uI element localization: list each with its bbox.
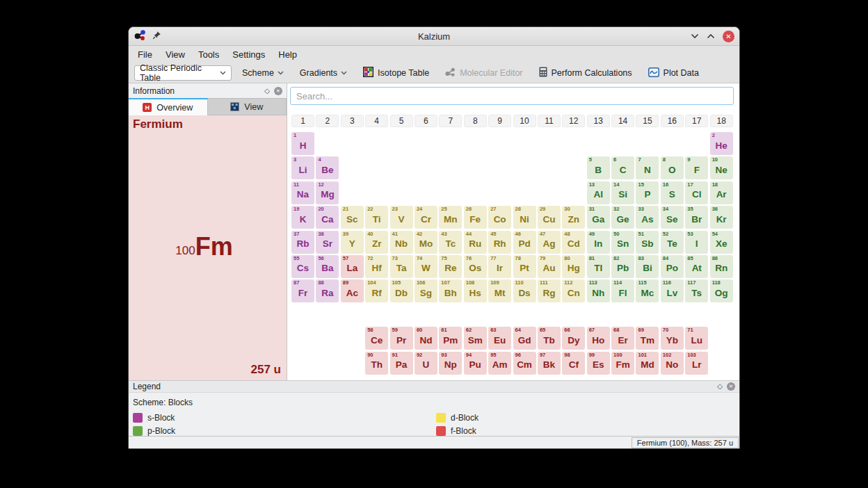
element-cell-Og[interactable]: 118Og [710, 279, 733, 302]
element-cell-Er[interactable]: 68Er [611, 327, 634, 350]
element-cell-Cn[interactable]: 112Cn [562, 279, 585, 302]
group-header-11[interactable]: 11 [538, 115, 561, 127]
element-cell-Pd[interactable]: 46Pd [513, 231, 536, 254]
element-cell-Po[interactable]: 84Po [661, 255, 684, 278]
element-cell-Lv[interactable]: 116Lv [661, 279, 684, 302]
element-cell-Hs[interactable]: 108Hs [464, 279, 487, 302]
group-header-16[interactable]: 16 [661, 115, 684, 127]
group-header-3[interactable]: 3 [341, 115, 364, 127]
group-header-15[interactable]: 15 [636, 115, 659, 127]
element-cell-K[interactable]: 19K [291, 206, 314, 229]
element-cell-He[interactable]: 2He [710, 132, 733, 155]
element-cell-Br[interactable]: 35Br [685, 206, 708, 229]
menu-view[interactable]: View [166, 49, 185, 60]
element-cell-Ds[interactable]: 110Ds [513, 279, 536, 302]
group-header-12[interactable]: 12 [562, 115, 585, 127]
element-cell-Cr[interactable]: 24Cr [415, 206, 437, 229]
group-header-13[interactable]: 13 [587, 115, 610, 127]
information-dock-close-button[interactable]: ✕ [274, 87, 282, 95]
element-cell-Dy[interactable]: 66Dy [562, 327, 585, 350]
element-cell-Fr[interactable]: 87Fr [291, 279, 314, 302]
element-cell-Tl[interactable]: 81Tl [587, 255, 610, 278]
table-type-select[interactable]: Classic Periodic Table [134, 65, 232, 81]
group-header-14[interactable]: 14 [611, 115, 634, 127]
plot-data-button[interactable]: Plot Data [643, 65, 705, 81]
group-header-1[interactable]: 1 [291, 115, 314, 127]
element-cell-Fm[interactable]: 100Fm [611, 352, 634, 375]
pin-icon[interactable] [152, 30, 161, 42]
search-input[interactable] [290, 87, 734, 105]
element-cell-Na[interactable]: 11Na [291, 181, 314, 204]
element-cell-P[interactable]: 15P [636, 181, 659, 204]
element-cell-Am[interactable]: 95Am [488, 352, 511, 375]
element-cell-Ni[interactable]: 28Ni [513, 206, 536, 229]
element-cell-Mg[interactable]: 12Mg [316, 181, 339, 204]
element-cell-Sg[interactable]: 106Sg [415, 279, 437, 302]
element-cell-Pr[interactable]: 59Pr [390, 327, 413, 350]
group-header-6[interactable]: 6 [415, 115, 437, 127]
element-cell-Nb[interactable]: 41Nb [390, 231, 413, 254]
element-cell-Cd[interactable]: 48Cd [562, 231, 585, 254]
perform-calculations-button[interactable]: Perform Calculations [533, 65, 638, 81]
element-cell-Np[interactable]: 93Np [439, 352, 462, 375]
element-cell-H[interactable]: 1H [291, 132, 314, 155]
element-cell-Ra[interactable]: 88Ra [316, 279, 339, 302]
element-cell-Ag[interactable]: 47Ag [538, 231, 561, 254]
element-cell-In[interactable]: 49In [587, 231, 610, 254]
element-cell-Ba[interactable]: 56Ba [316, 255, 339, 278]
element-cell-Pm[interactable]: 61Pm [439, 327, 462, 350]
element-cell-Kr[interactable]: 36Kr [710, 206, 733, 229]
element-cell-Ts[interactable]: 117Ts [685, 279, 708, 302]
legend-dock-close-button[interactable]: ✕ [727, 382, 735, 391]
element-cell-Cf[interactable]: 98Cf [562, 352, 585, 375]
element-cell-O[interactable]: 8O [661, 156, 684, 179]
element-cell-Ne[interactable]: 10Ne [710, 156, 733, 179]
element-cell-Pa[interactable]: 91Pa [390, 352, 413, 375]
element-cell-Eu[interactable]: 63Eu [488, 327, 511, 350]
element-cell-Rb[interactable]: 37Rb [291, 231, 314, 254]
element-cell-Mt[interactable]: 109Mt [488, 279, 511, 302]
element-cell-Lr[interactable]: 103Lr [685, 352, 708, 375]
element-cell-Md[interactable]: 101Md [636, 352, 659, 375]
element-cell-F[interactable]: 9F [685, 156, 708, 179]
element-cell-Rh[interactable]: 45Rh [488, 231, 511, 254]
element-cell-Re[interactable]: 75Re [439, 255, 462, 278]
element-cell-Ga[interactable]: 31Ga [587, 206, 610, 229]
element-cell-Se[interactable]: 34Se [661, 206, 684, 229]
element-cell-U[interactable]: 92U [415, 352, 437, 375]
element-cell-N[interactable]: 7N [636, 156, 659, 179]
tab-overview[interactable]: H Overview [129, 98, 208, 115]
scheme-dropdown[interactable]: Scheme [236, 65, 289, 81]
element-cell-Ac[interactable]: 89Ac [341, 279, 364, 302]
group-header-17[interactable]: 17 [685, 115, 708, 127]
isotope-table-button[interactable]: Isotope Table [357, 65, 435, 81]
element-cell-Ru[interactable]: 44Ru [464, 231, 487, 254]
element-cell-At[interactable]: 85At [685, 255, 708, 278]
element-cell-Sr[interactable]: 38Sr [316, 231, 339, 254]
element-cell-Bi[interactable]: 83Bi [636, 255, 659, 278]
element-cell-Be[interactable]: 4Be [316, 156, 339, 179]
menu-file[interactable]: File [138, 49, 152, 60]
element-cell-Ir[interactable]: 77Ir [488, 255, 511, 278]
element-cell-Ca[interactable]: 20Ca [316, 206, 339, 229]
element-cell-Al[interactable]: 13Al [587, 181, 610, 204]
element-cell-Ti[interactable]: 22Ti [365, 206, 388, 229]
menu-settings[interactable]: Settings [232, 49, 265, 60]
element-cell-Y[interactable]: 39Y [341, 231, 364, 254]
element-cell-Db[interactable]: 105Db [390, 279, 413, 302]
element-cell-Te[interactable]: 52Te [661, 231, 684, 254]
element-cell-Fl[interactable]: 114Fl [611, 279, 634, 302]
element-cell-Hg[interactable]: 80Hg [562, 255, 585, 278]
element-cell-Co[interactable]: 27Co [488, 206, 511, 229]
element-cell-Tm[interactable]: 69Tm [636, 327, 659, 350]
element-cell-Nh[interactable]: 113Nh [587, 279, 610, 302]
element-cell-Cu[interactable]: 29Cu [538, 206, 561, 229]
element-cell-S[interactable]: 16S [661, 181, 684, 204]
element-cell-Rn[interactable]: 86Rn [710, 255, 733, 278]
element-cell-Mc[interactable]: 115Mc [636, 279, 659, 302]
group-header-5[interactable]: 5 [390, 115, 413, 127]
element-cell-C[interactable]: 6C [611, 156, 634, 179]
element-cell-Cm[interactable]: 96Cm [513, 352, 536, 375]
element-cell-La[interactable]: 57La [341, 255, 364, 278]
element-cell-Os[interactable]: 76Os [464, 255, 487, 278]
